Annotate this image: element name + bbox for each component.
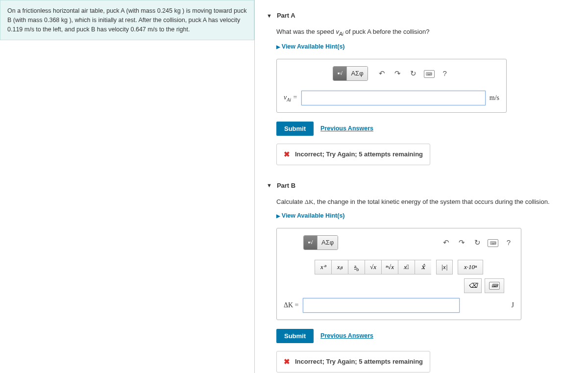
hat-button[interactable]: x̂ [415,260,431,274]
submit-button-b[interactable]: Submit [276,329,314,343]
left-panel: On a frictionless horizontal air table, … [0,0,255,373]
hints-link-a[interactable]: View Available Hint(s) [276,43,345,50]
actions-b: Submit Previous Answers [276,329,576,343]
sub-extra: ⌫ ⌨ [284,278,514,293]
keyboard-icon-b[interactable]: ⌨ [488,237,498,248]
subtoolbar-b: xᵃ xᵦ ab √x ⁿ√x x⃗ x̂ |x| x·10ⁿ [284,260,514,274]
answer-box-b: ▪√ ΑΣφ ↶ ↷ ↻ ⌨ ? xᵃ xᵦ ab √x ⁿ√x x⃗ x̂ [276,228,521,320]
submit-button-a[interactable]: Submit [276,122,314,136]
sub-button[interactable]: xᵦ [331,260,348,274]
var-label-a: vAi = [284,94,297,102]
redo-icon[interactable]: ↷ [392,68,403,79]
sup-button[interactable]: xᵃ [315,260,331,274]
unit-b: J [512,301,514,309]
input-row-a: vAi = m/s [284,91,499,105]
hints-link-b[interactable]: View Available Hint(s) [276,212,345,219]
keyboard-small-icon[interactable]: ⌨ [485,278,504,293]
nroot-button[interactable]: ⁿ√x [381,260,398,274]
answer-input-b[interactable] [303,298,460,313]
input-row-b: ΔK = J [284,298,514,313]
q-suffix-b: , the change in the total kinetic energy… [314,198,550,205]
templates-button-b[interactable]: ▪√ [304,236,318,249]
sqrt-button[interactable]: √x [365,260,381,274]
part-b-header[interactable]: ▼ Part B [267,182,576,189]
part-a-body: What was the speed vAi of puck A before … [276,28,576,165]
feedback-text-a: Incorrect; Try Again; 5 attempts remaini… [295,150,423,158]
keyboard-icon[interactable]: ⌨ [424,68,435,79]
part-b-question: Calculate ΔK, the change in the total ki… [276,198,576,206]
part-a-header[interactable]: ▼ Part A [267,12,576,19]
sci-button[interactable]: x·10ⁿ [458,260,483,274]
part-b-body: Calculate ΔK, the change in the total ki… [276,198,576,373]
help-icon-b[interactable]: ? [503,237,514,248]
redo-icon-b[interactable]: ↷ [456,237,467,248]
part-b-title: Part B [277,182,295,189]
incorrect-icon: ✖ [284,150,290,159]
backspace-icon[interactable]: ⌫ [464,278,482,293]
part-a-question: What was the speed vAi of puck A before … [276,28,576,37]
unit-a: m/s [490,94,499,102]
undo-icon[interactable]: ↶ [377,68,388,79]
q-var-b: ΔK [305,198,314,205]
feedback-text-b: Incorrect; Try Again; 5 attempts remaini… [295,358,423,365]
frac-button[interactable]: ab [348,260,365,274]
answer-input-a[interactable] [301,91,486,105]
abs-button[interactable]: |x| [436,260,453,274]
greek-button[interactable]: ΑΣφ [347,67,367,80]
part-a-title: Part A [277,12,295,19]
problem-statement: On a frictionless horizontal air table, … [0,0,254,40]
answer-box-a: ▪√ ΑΣφ ↶ ↷ ↻ ⌨ ? vAi = m/s [276,59,507,113]
reset-icon-b[interactable]: ↻ [472,237,483,248]
q-prefix-b: Calculate [276,198,305,205]
q-prefix: What was the speed [276,28,336,35]
feedback-b: ✖ Incorrect; Try Again; 5 attempts remai… [276,351,430,373]
incorrect-icon-b: ✖ [284,357,290,366]
previous-answers-a[interactable]: Previous Answers [320,125,373,132]
q-sub: Ai [339,31,343,37]
reset-icon[interactable]: ↻ [408,68,419,79]
help-icon[interactable]: ? [440,68,450,79]
caret-down-icon: ▼ [267,182,272,188]
toolbar-a: ▪√ ΑΣφ ↶ ↷ ↻ ⌨ ? [284,66,499,81]
feedback-a: ✖ Incorrect; Try Again; 5 attempts remai… [276,144,430,165]
previous-answers-b[interactable]: Previous Answers [320,332,373,339]
var-label-b: ΔK = [284,301,299,309]
templates-button[interactable]: ▪√ [333,67,347,80]
caret-down-icon: ▼ [267,13,272,19]
q-suffix: of puck A before the collision? [343,28,430,35]
greek-button-b[interactable]: ΑΣφ [318,236,338,249]
vec-button[interactable]: x⃗ [398,260,415,274]
right-panel: ▼ Part A What was the speed vAi of puck … [255,0,588,373]
actions-a: Submit Previous Answers [276,122,576,136]
toolbar-b: ▪√ ΑΣφ ↶ ↷ ↻ ⌨ ? [284,235,514,250]
undo-icon-b[interactable]: ↶ [441,237,451,248]
